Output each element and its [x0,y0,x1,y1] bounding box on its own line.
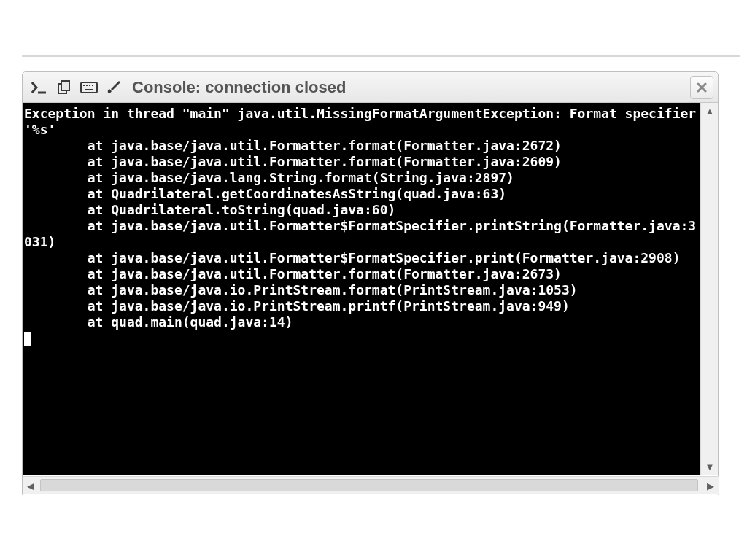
svg-rect-3 [81,82,97,93]
close-button[interactable] [690,76,713,99]
scroll-up-arrow[interactable]: ▲ [701,103,719,119]
scroll-down-arrow[interactable]: ▼ [701,459,719,475]
svg-rect-7 [92,85,93,86]
svg-rect-4 [83,85,85,86]
copy-icon[interactable] [53,77,75,98]
keyboard-icon[interactable] [78,77,100,98]
horizontal-scrollbar[interactable]: ◀ ▶ [23,476,719,494]
svg-rect-2 [61,81,69,90]
terminal-icon[interactable] [28,77,50,98]
svg-rect-6 [89,85,90,86]
console-output[interactable]: Exception in thread "main" java.util.Mis… [23,103,701,475]
svg-rect-8 [85,89,93,90]
svg-rect-5 [86,85,88,86]
horizontal-scroll-thumb[interactable] [40,479,698,491]
text-cursor [24,332,31,346]
console-title: Console: connection closed [132,78,346,97]
console-panel: Console: connection closed Exception in … [22,71,719,497]
vertical-scrollbar[interactable]: ▲ ▼ [700,103,718,475]
console-titlebar: Console: connection closed [23,72,718,103]
console-area: Exception in thread "main" java.util.Mis… [23,103,718,497]
scroll-right-arrow[interactable]: ▶ [703,477,719,494]
scroll-left-arrow[interactable]: ◀ [23,477,39,494]
brush-icon[interactable] [103,77,125,98]
divider-line [22,55,740,57]
